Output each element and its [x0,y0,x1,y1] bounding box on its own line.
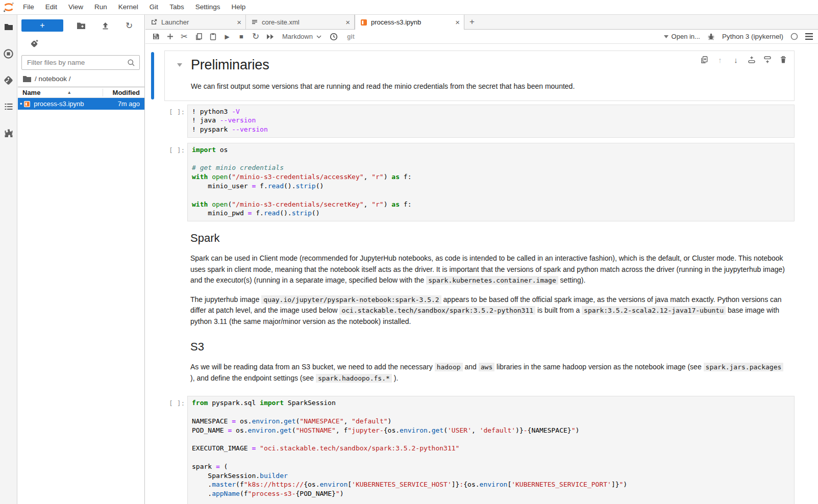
insert-cell-above-icon[interactable] [746,55,757,65]
code-cell-versions[interactable]: [ ]: ! python3 -V! java --version! pyspa… [164,105,795,138]
menu-git[interactable]: Git [144,0,164,14]
cut-button[interactable]: ✂ [177,31,191,43]
search-icon [127,59,135,67]
tab-core-site-xml[interactable]: core-site.xml × [246,15,355,29]
column-name[interactable]: Name ▴ [18,89,103,96]
markdown-cell-s3[interactable]: S3 As we will be reading data from an S3… [164,340,795,384]
open-in-dropdown[interactable]: Open in... [664,33,700,40]
notebook-file-icon [23,100,31,108]
file-browser-icon[interactable] [0,22,17,48]
insert-cell-button[interactable] [163,31,177,43]
markdown-cell-spark[interactable]: Spark Spark can be used in Client mode (… [164,232,795,327]
kernel-status-icon [790,33,798,40]
menu-tabs[interactable]: Tabs [164,0,190,14]
running-sessions-icon[interactable] [0,48,17,75]
main-area: Launcher × core-site.xml × process-s3.ip… [145,15,818,504]
column-modified[interactable]: Modified [103,89,144,96]
kernel-name-button[interactable]: Python 3 (ipykernel) [722,33,783,40]
upload-button[interactable] [99,19,111,32]
notebook-icon [360,19,367,26]
file-browser-toolbar: + ↻ [18,15,144,32]
delete-cell-icon[interactable] [778,55,789,65]
notebook-toolbar: ✂ ▶ ■ ↻ Markdown git Open i [145,30,818,44]
save-button[interactable] [148,31,163,43]
text-file-icon [251,18,258,26]
jupyter-logo-icon [0,2,17,13]
new-folder-button[interactable] [75,19,87,32]
chevron-down-icon [316,35,321,38]
tab-label: core-site.xml [262,18,300,26]
file-row-selected[interactable]: • process-s3.ipynb 7m ago [18,98,144,110]
cell-drag-bar[interactable] [151,52,154,99]
debugger-bug-icon[interactable] [707,33,715,40]
menu-edit[interactable]: Edit [40,0,63,14]
tab-launcher[interactable]: Launcher × [145,15,246,29]
tab-bar: Launcher × core-site.xml × process-s3.ip… [145,15,818,30]
git-status-label: git [347,33,355,40]
file-modified: 7m ago [118,100,140,108]
menu-help[interactable]: Help [226,0,251,14]
tab-label: process-s3.ipynb [371,18,421,26]
copy-button[interactable] [191,31,206,43]
input-prompt: [ ]: [164,396,187,504]
cell-type-dropdown[interactable]: Markdown [282,33,321,40]
markdown-paragraph: The jupyterhub image quay.io/jupyter/pys… [190,294,785,327]
duplicate-cell-icon[interactable] [699,55,710,65]
heading-preliminaries: Preliminaries [191,57,786,73]
heading-s3: S3 [190,340,785,354]
menu-bar: File Edit View Run Kernel Git Tabs Setti… [0,0,818,15]
input-prompt: [ ]: [164,105,187,138]
left-sidebar [0,15,17,504]
code-editor[interactable]: import os # get minio credentialswith op… [187,143,795,221]
menu-view[interactable]: View [63,0,89,14]
add-tab-button[interactable]: + [464,15,480,29]
refresh-files-icon[interactable]: ↻ [123,19,135,32]
run-button[interactable]: ▶ [220,31,234,43]
code-cell-spark-session[interactable]: [ ]: from pyspark.sql import SparkSessio… [164,396,795,504]
unsaved-dot: • [20,100,22,108]
collapse-heading-icon[interactable] [177,63,182,67]
menu-run[interactable]: Run [89,0,113,14]
menu-kernel[interactable]: Kernel [113,0,144,14]
input-prompt: [ ]: [164,143,187,221]
close-tab-icon[interactable]: × [345,18,350,26]
move-cell-down-icon[interactable]: ↓ [730,55,741,65]
new-launcher-button[interactable]: + [21,19,63,32]
paste-button[interactable] [206,31,220,43]
file-browser-panel: + ↻ / notebook / Name ▴ Modified • [18,15,145,504]
breadcrumb-path[interactable]: / notebook / [35,75,71,83]
close-tab-icon[interactable]: × [455,18,460,26]
hamburger-menu-icon[interactable] [805,33,813,40]
markdown-paragraph: As we will be reading data from an S3 bu… [190,362,785,384]
filter-files-input[interactable] [21,55,140,70]
git-clone-row [18,32,144,48]
caret-down-icon [664,35,668,38]
checkpoint-clock-icon[interactable] [327,31,341,43]
move-cell-up-icon[interactable]: ↑ [714,55,726,65]
launcher-icon [151,18,158,26]
notebook-scroll-area[interactable]: ↑ ↓ Preliminaries We can first output so… [145,44,818,504]
code-editor[interactable]: ! python3 -V! java --version! pyspark --… [187,105,795,138]
restart-run-all-button[interactable] [263,31,277,43]
code-editor[interactable]: from pyspark.sql import SparkSession NAM… [187,396,795,504]
sort-caret-icon: ▴ [68,90,70,95]
git-sidebar-icon[interactable] [0,75,17,102]
markdown-cell-preliminaries[interactable]: ↑ ↓ Preliminaries We can first output so… [164,51,795,101]
markdown-paragraph: Spark can be used in Client mode (recomm… [190,253,785,286]
menu-file[interactable]: File [17,0,40,14]
insert-cell-below-icon[interactable] [762,55,773,65]
stop-button[interactable]: ■ [234,31,249,43]
menu-settings[interactable]: Settings [190,0,226,14]
table-of-contents-icon[interactable] [0,102,17,128]
tab-process-s3-ipynb[interactable]: process-s3.ipynb × [355,15,464,30]
close-tab-icon[interactable]: × [237,18,241,26]
file-list-header: Name ▴ Modified [18,87,144,98]
extension-manager-icon[interactable] [0,128,17,155]
code-cell-minio-credentials[interactable]: [ ]: import os # get minio credentialswi… [164,143,795,221]
markdown-paragraph: We can first output some versions that a… [191,81,786,92]
breadcrumb[interactable]: / notebook / [18,70,144,87]
git-clone-icon[interactable] [30,39,144,48]
cell-toolbar: ↑ ↓ [699,55,789,65]
tab-label: Launcher [161,18,189,26]
restart-kernel-button[interactable]: ↻ [249,31,263,43]
